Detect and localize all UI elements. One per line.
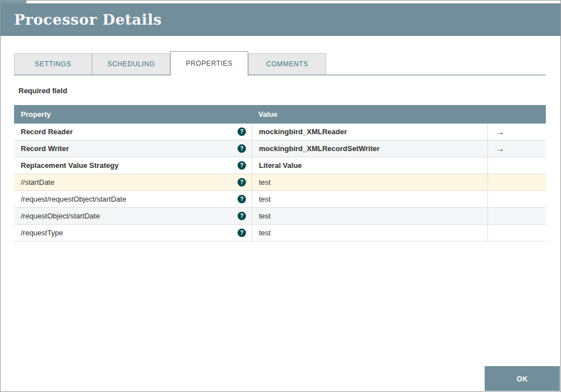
table-row: Replacement Value Strategy?Literal Value [14,157,546,174]
table-row: /request/requestObject/startDate?test [14,191,546,208]
help-icon[interactable]: ? [238,127,246,136]
property-name: //startDate [21,178,54,186]
nav-cell [487,191,546,207]
property-name: /requestObject/startDate [21,212,100,220]
property-cell: /request/requestObject/startDate? [14,191,252,207]
properties-table: Property Value Record Reader?mockingbird… [14,105,546,241]
nav-cell [487,225,546,241]
table-row: /requestObject/startDate?test [14,208,546,225]
property-name: /requestType [21,229,63,237]
help-icon[interactable]: ? [238,195,246,203]
property-name: Record Writer [21,144,69,153]
help-icon[interactable]: ? [238,144,246,153]
table-row: //startDate?test [14,174,546,191]
tab-bar: SETTINGS SCHEDULING PROPERTIES COMMENTS [14,54,546,75]
properties-table-body: Record Reader?mockingbird_XMLReader→Reco… [14,124,546,241]
help-icon[interactable]: ? [238,212,246,220]
property-value: test [252,225,487,241]
property-value: Literal Value [252,157,487,174]
nav-cell: → [487,124,546,140]
nav-cell [487,208,546,224]
tab-settings[interactable]: SETTINGS [14,53,92,75]
tab-scheduling[interactable]: SCHEDULING [92,53,170,75]
property-cell: //startDate? [14,174,252,190]
property-cell: Record Writer? [14,140,252,157]
table-row: /requestType?test [14,225,546,241]
nav-cell: → [487,140,546,157]
dialog-title: Processor Details [14,11,162,28]
property-value: mockingbird_XMLRecordSetWriter [252,140,487,157]
help-icon[interactable]: ? [238,161,246,170]
table-row: Record Writer?mockingbird_XMLRecordSetWr… [14,140,546,157]
ok-button[interactable]: OK [485,366,560,391]
nav-cell [487,157,546,174]
help-icon[interactable]: ? [238,229,246,237]
column-header-nav [487,105,546,124]
property-cell: /requestObject/startDate? [14,208,252,224]
column-header-value: Value [252,105,487,124]
column-header-property: Property [14,105,252,124]
dialog-header: Processor Details [1,3,560,36]
tab-properties[interactable]: PROPERTIES [170,51,248,76]
property-value: test [252,208,487,224]
goto-service-arrow-icon[interactable]: → [496,127,504,136]
property-cell: Record Reader? [14,124,252,140]
properties-table-header: Property Value [14,105,546,124]
tab-comments[interactable]: COMMENTS [248,53,326,75]
required-field-label: Required field [19,86,67,95]
goto-service-arrow-icon[interactable]: → [496,144,504,153]
nav-cell [487,174,546,190]
table-row: Record Reader?mockingbird_XMLReader→ [14,124,546,140]
property-name: Record Reader [21,127,72,136]
property-value: mockingbird_XMLReader [252,124,487,140]
property-cell: Replacement Value Strategy? [14,157,252,174]
property-cell: /requestType? [14,225,252,241]
property-value: test [252,191,487,207]
help-icon[interactable]: ? [238,178,246,186]
property-name: Replacement Value Strategy [21,161,118,170]
property-name: /request/requestObject/startDate [21,195,126,203]
property-value: test [252,174,487,190]
